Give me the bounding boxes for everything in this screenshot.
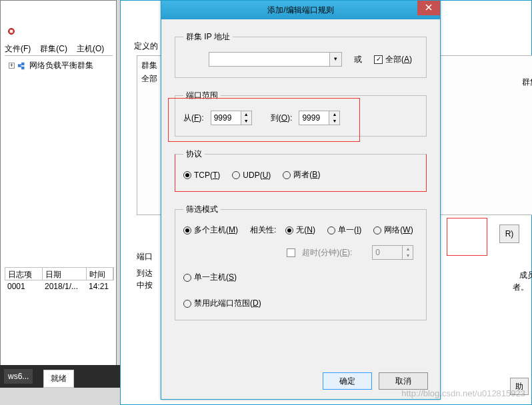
legend-protocol: 协议	[183, 149, 205, 160]
timeout-row: 超时(分钟)(E): ▲▼	[183, 245, 418, 260]
log-cell-time: 14:21	[86, 280, 113, 294]
timeout-spinner: ▲▼	[372, 245, 413, 260]
svg-rect-3	[21, 62, 24, 65]
parent-define-label: 定义的	[134, 41, 158, 52]
close-icon	[425, 4, 432, 11]
menu-cluster[interactable]: 群集(C)	[40, 43, 67, 55]
desktop-background: ✕ 文件(F) 群集(C) 主机(O) + 网络负载平衡群集 日志项目 日期 时…	[0, 0, 532, 405]
or-label: 或	[354, 54, 362, 65]
dialog-button-row: 确定 取消	[323, 372, 428, 390]
spin-up-icon[interactable]: ▲	[241, 111, 251, 118]
cancel-button[interactable]: 取消	[379, 372, 428, 390]
tree-root-label: 网络负载平衡群集	[29, 60, 93, 71]
svg-rect-1	[10, 30, 13, 33]
group-filter-mode: 筛选模式 多个主机(M) 相关性: 无(N) 单一(I)	[175, 204, 427, 320]
radio-udp[interactable]: UDP(U)	[232, 171, 271, 180]
menu-file[interactable]: 文件(F)	[5, 43, 31, 55]
timeout-checkbox	[287, 248, 295, 257]
timeout-label: 超时(分钟)(E):	[302, 247, 352, 258]
close-button[interactable]	[417, 1, 440, 15]
watermark: http://blog.csdn.net/u012815923	[401, 388, 525, 398]
radio-icon	[283, 171, 291, 179]
group-protocol: 协议 TCP(T) UDP(U) 两者(B)	[175, 149, 427, 192]
affinity-label: 相关性:	[250, 224, 276, 236]
group-cluster-ip: 群集 IP 地址 ▾ 或 ✓ 全部(A)	[175, 31, 427, 78]
status-bar: 就绪	[43, 370, 74, 388]
from-label: 从(F):	[183, 113, 204, 124]
dialog-title: 添加/编辑端口规则	[267, 5, 333, 16]
tree-expand-icon[interactable]: +	[9, 63, 15, 69]
parent-row-all: 全部	[141, 73, 157, 85]
dialog-titlebar[interactable]: 添加/编辑端口规则	[161, 1, 440, 19]
radio-icon	[183, 274, 191, 282]
from-port-spinner[interactable]: ▲▼	[211, 111, 252, 125]
svg-line-6	[21, 66, 21, 68]
radio-icon	[183, 300, 191, 308]
radio-icon	[183, 226, 191, 234]
port-rule-dialog: 新群焦 逆口规则 添加/编辑端口规则 群集 IP 地址 ▾ 或	[161, 0, 441, 400]
spin-down-icon[interactable]: ▼	[329, 118, 339, 125]
menu-host[interactable]: 主机(O)	[77, 43, 104, 55]
log-col-time[interactable]: 时间	[87, 268, 113, 280]
radio-tcp[interactable]: TCP(T)	[183, 171, 220, 180]
radio-disable-range[interactable]: 禁用此端口范围(D)	[183, 298, 406, 309]
log-cell-date: 2018/1/...	[42, 280, 86, 294]
radio-icon	[327, 226, 335, 234]
radio-icon	[285, 226, 293, 234]
radio-multi-host[interactable]: 多个主机(M)	[183, 224, 238, 236]
parent-port-label: 端口	[137, 251, 153, 262]
legend-port-range: 端口范围	[183, 90, 221, 101]
svg-rect-4	[21, 66, 24, 69]
log-col-date[interactable]: 日期	[43, 268, 87, 280]
menubar: 文件(F) 群集(C) 主机(O)	[5, 43, 104, 55]
nlb-cluster-icon	[17, 61, 27, 71]
parent-col-cluster2: 群集	[519, 74, 532, 91]
radio-both[interactable]: 两者(B)	[283, 169, 320, 181]
log-row[interactable]: 0001 2018/1/... 14:21	[5, 280, 114, 294]
from-port-input[interactable]	[211, 111, 241, 125]
main-window: 文件(F) 群集(C) 主机(O) + 网络负载平衡群集 日志项目 日期 时间 …	[0, 0, 117, 373]
radio-affinity-single[interactable]: 单一(I)	[327, 224, 361, 236]
all-checkbox-label: 全部(A)	[385, 54, 412, 65]
log-col-item[interactable]: 日志项目	[5, 268, 43, 280]
radio-affinity-network[interactable]: 网络(W)	[373, 224, 413, 236]
timeout-input	[373, 246, 402, 259]
dialog-body: 群集 IP 地址 ▾ 或 ✓ 全部(A) 端口范围	[161, 19, 440, 344]
taskbar-app[interactable]: ws6...	[4, 369, 33, 384]
to-label: 到(O):	[271, 113, 293, 124]
radio-icon	[232, 171, 240, 179]
nlb-app-icon	[7, 27, 15, 35]
legend-cluster-ip: 群集 IP 地址	[183, 31, 233, 43]
tree-root-node[interactable]: + 网络负载平衡群集	[9, 60, 109, 71]
to-port-spinner[interactable]: ▲▼	[299, 111, 340, 125]
ok-button[interactable]: 确定	[323, 372, 372, 390]
all-checkbox[interactable]: ✓	[374, 55, 383, 64]
parent-desc-text: 到达 中按	[137, 267, 153, 291]
svg-rect-2	[18, 64, 21, 67]
tree-view[interactable]: + 网络负载平衡群集	[5, 55, 113, 262]
to-port-input[interactable]	[299, 111, 329, 125]
radio-icon	[183, 171, 191, 179]
radio-single-host[interactable]: 单一主机(S)	[183, 272, 406, 283]
radio-affinity-none[interactable]: 无(N)	[285, 224, 315, 236]
parent-col-cluster: 群集	[141, 60, 157, 71]
log-header: 日志项目 日期 时间	[5, 267, 114, 280]
spin-down-icon: ▼	[403, 252, 413, 259]
spin-up-icon: ▲	[403, 246, 413, 252]
legend-filter-mode: 筛选模式	[183, 204, 221, 215]
spin-up-icon[interactable]: ▲	[329, 111, 339, 118]
log-cell-item: 0001	[5, 280, 42, 294]
spin-down-icon[interactable]: ▼	[241, 118, 251, 125]
cluster-ip-dropdown[interactable]: ▾	[209, 52, 342, 67]
parent-r-button[interactable]: R)	[499, 224, 519, 243]
radio-icon	[373, 226, 381, 234]
parent-col-member: 成员	[519, 270, 532, 281]
group-port-range: 端口范围 从(F): ▲▼ 到(O): ▲▼	[175, 90, 427, 137]
parent-col-zhe: 者。	[513, 282, 529, 293]
chevron-down-icon[interactable]: ▾	[329, 53, 341, 66]
svg-line-5	[21, 63, 21, 65]
